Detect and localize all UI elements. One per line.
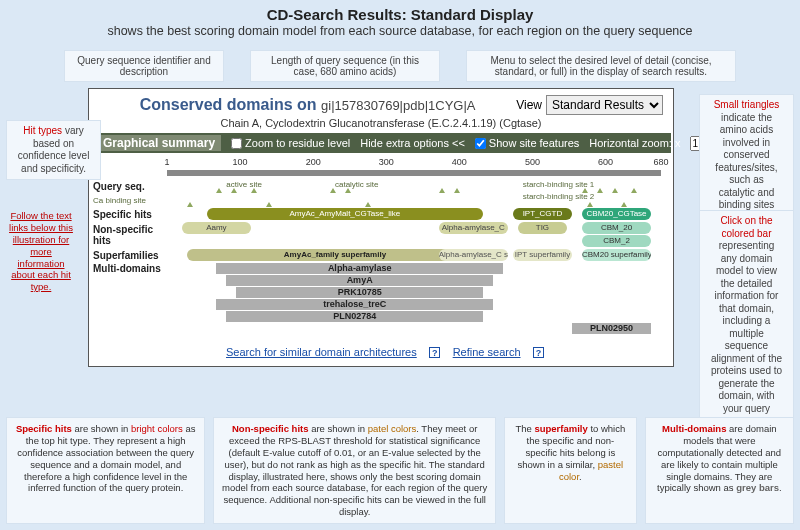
domain-bar[interactable]: Alpha-amylase_C su	[439, 249, 508, 261]
annotation-query-id: Query sequence identifier and descriptio…	[64, 50, 224, 82]
domain-bar[interactable]: Alpha-amylase_C	[439, 222, 508, 234]
multidomain-bar[interactable]: PLN02784	[226, 311, 483, 322]
annotation-view-menu: Menu to select the desired level of deta…	[466, 50, 736, 82]
multidomain-bar[interactable]: PRK10785	[236, 287, 483, 298]
results-panel: Conserved domains on gi|157830769|pdb|1C…	[88, 88, 674, 367]
view-label: View	[516, 98, 542, 112]
domain-bar[interactable]: IPT superfamily	[513, 249, 572, 261]
domain-bar[interactable]: Aamy	[182, 222, 251, 234]
right-annotation-clickbar: Click on the colored bar representing an…	[699, 210, 794, 445]
left-annotation-hittypes: Hit types vary based on confidence level…	[6, 120, 101, 180]
domain-bar[interactable]: AmyAc_AmyMalt_CGTase_like	[207, 208, 484, 220]
top-annotation-row: Query sequence identifier and descriptio…	[8, 50, 792, 82]
annotation-nonspecific-hits: Non-specific hits are shown in patel col…	[213, 417, 496, 524]
graphical-toolbar: Graphical summary Zoom to residue level …	[91, 133, 671, 153]
horizontal-zoom-label: Horizontal zoom: x	[589, 137, 680, 149]
domain-bar[interactable]: TIG	[518, 222, 567, 234]
multidomains-row: Multi-domains Alpha-amylaseAmyAPRK10785t…	[91, 263, 671, 335]
annotation-multidomains: Multi-domains are domain models that wer…	[645, 417, 794, 524]
specific-hits-row: Specific hits AmyAc_AmyMalt_CGTase_likeI…	[91, 208, 671, 221]
show-site-features-checkbox[interactable]: Show site features	[475, 137, 580, 149]
conserved-domains-heading: Conserved domains on	[140, 96, 317, 113]
annotation-superfamily: The superfamily to which the specific an…	[504, 417, 637, 524]
annotation-specific-hits: Specific hits are shown in bright colors…	[6, 417, 205, 524]
sequence-accession: gi|157830769|pdb|1CYG|A	[321, 98, 475, 113]
nonspecific-hits-row: Non-specific hits AamyAlpha-amylase_CTIG…	[91, 222, 671, 248]
sequence-header: Conserved domains on gi|157830769|pdb|1C…	[91, 91, 671, 117]
graphical-summary-label: Graphical summary	[97, 135, 221, 151]
domain-bar[interactable]: CBM_20	[582, 222, 651, 234]
refine-search-link[interactable]: Refine search	[453, 346, 521, 358]
position-ruler: 1 100 200 300 400 500 600 680	[167, 157, 671, 179]
page-subtitle: shows the best scoring domain model from…	[8, 24, 792, 38]
right-annotation-triangles: Small triangles indicate the amino acids…	[699, 94, 794, 217]
view-select[interactable]: Standard Results	[546, 95, 663, 115]
domain-bar[interactable]: CBM20 superfamily	[582, 249, 651, 261]
site-triangle-icon	[216, 188, 222, 193]
zoom-residue-checkbox[interactable]: Zoom to residue level	[231, 137, 350, 149]
multidomain-bar[interactable]: trehalose_treC	[216, 299, 493, 310]
domain-bar[interactable]: CBM_2	[582, 235, 651, 247]
domain-bar[interactable]: IPT_CGTD	[513, 208, 572, 220]
footer-links: Search for similar domain architectures …	[91, 336, 671, 364]
multidomain-bar[interactable]: PLN02950	[572, 323, 651, 334]
hide-options-link[interactable]: Hide extra options <<	[360, 137, 465, 149]
multidomain-bar[interactable]: Alpha-amylase	[216, 263, 503, 274]
page-title: CD-Search Results: Standard Display	[8, 6, 792, 23]
left-annotation-follow: Follow the text links below this illustr…	[6, 210, 76, 293]
annotation-query-length: Length of query sequence (in this case, …	[250, 50, 440, 82]
sequence-description: Chain A, Cyclodextrin Glucanotransferase…	[91, 117, 671, 133]
multidomain-bar[interactable]: AmyA	[226, 275, 493, 286]
help-icon[interactable]: ?	[533, 347, 544, 358]
domain-bar[interactable]: CBM20_CGTase	[582, 208, 651, 220]
similar-architectures-link[interactable]: Search for similar domain architectures	[226, 346, 417, 358]
bottom-annotation-row: Specific hits are shown in bright colors…	[6, 417, 794, 524]
help-icon[interactable]: ?	[429, 347, 440, 358]
superfamilies-row: Superfamilies AmyAc_family superfamilyAl…	[91, 249, 671, 262]
